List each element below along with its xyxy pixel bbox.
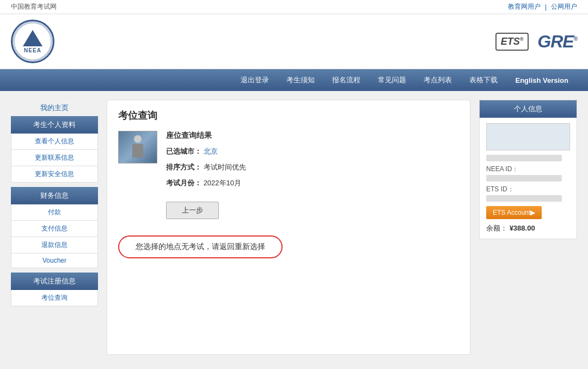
divider: | <box>545 3 547 11</box>
sidebar-item-update-security[interactable]: 更新安全信息 <box>11 166 98 183</box>
city-value: 北京 <box>204 147 218 155</box>
edu-user-link[interactable]: 教育网用户 <box>508 2 541 11</box>
user-avatar <box>486 123 570 150</box>
personal-info-header: 个人信息 <box>480 100 577 118</box>
balance-label: 余额： <box>486 224 507 232</box>
neea-id-value-blurred <box>486 175 562 182</box>
month-label: 考试月份： <box>166 179 201 187</box>
nav-forms[interactable]: 表格下载 <box>461 69 506 91</box>
header: NEEA ETS® GRE® <box>0 14 588 69</box>
month-row: 考试月份： 2022年10月 <box>166 178 246 189</box>
sidebar: 我的主页 考生个人资料 查看个人信息 更新联系信息 更新安全信息 财务信息 付款… <box>11 100 98 355</box>
error-message: 您选择的地点无考试，请返回重新选择 <box>136 242 265 251</box>
gre-logo: GRE® <box>537 32 577 52</box>
sort-label: 排序方式： <box>166 163 201 171</box>
logo-wreath <box>13 21 53 62</box>
page-title: 考位查询 <box>118 109 459 122</box>
city-row: 已选城市： 北京 <box>166 146 246 158</box>
sidebar-section-exam[interactable]: 考试注册信息 <box>11 273 98 290</box>
sidebar-spacer-2 <box>11 268 98 273</box>
month-value: 2022年10月 <box>204 179 241 187</box>
nav-test-centers[interactable]: 考点列表 <box>415 69 461 91</box>
sidebar-my-home[interactable]: 我的主页 <box>11 100 98 116</box>
person-head <box>134 135 142 143</box>
nav-bar: 退出登录 考生须知 报名流程 常见问题 考点列表 表格下载 English Ve… <box>0 69 588 91</box>
user-name-blurred <box>486 155 562 161</box>
neea-logo: NEEA <box>11 20 54 63</box>
result-info: 座位查询结果 已选城市： 北京 排序方式： 考试时间优先 考试月份： 2022年… <box>166 131 246 219</box>
balance-row: 余额： ¥388.00 <box>486 223 570 233</box>
result-section: 座位查询结果 已选城市： 北京 排序方式： 考试时间优先 考试月份： 2022年… <box>118 131 459 219</box>
balance-value: ¥388.00 <box>510 224 535 232</box>
sidebar-item-voucher[interactable]: Voucher <box>11 253 98 268</box>
nav-logout[interactable]: 退出登录 <box>232 69 278 91</box>
nav-notice[interactable]: 考生须知 <box>278 69 323 91</box>
sidebar-item-refund[interactable]: 退款信息 <box>11 237 98 253</box>
sidebar-section-profile[interactable]: 考生个人资料 <box>11 116 98 134</box>
personal-info-box: 个人信息 NEEA ID： ETS ID： ETS Account▶ 余额： ¥… <box>479 100 577 239</box>
sort-row: 排序方式： 考试时间优先 <box>166 162 246 173</box>
top-bar-right: 教育网用户 | 公网用户 <box>508 2 577 11</box>
person-figure <box>130 135 146 160</box>
nav-register-flow[interactable]: 报名流程 <box>323 69 369 91</box>
brand-logos: ETS® GRE® <box>495 32 577 52</box>
pub-user-link[interactable]: 公网用户 <box>551 2 577 11</box>
nav-faq[interactable]: 常见问题 <box>369 69 415 91</box>
main-wrapper: 我的主页 考生个人资料 查看个人信息 更新联系信息 更新安全信息 财务信息 付款… <box>0 91 588 364</box>
error-container: 您选择的地点无考试，请返回重新选择 <box>118 230 459 264</box>
city-label: 已选城市： <box>166 147 201 155</box>
error-oval: 您选择的地点无考试，请返回重新选择 <box>118 235 283 258</box>
nav-english[interactable]: English Version <box>506 69 577 91</box>
content-area: 考位查询 座位查询结果 已选城市： 北京 排序方式： 考试时间优 <box>107 100 470 355</box>
sidebar-item-view-profile[interactable]: 查看个人信息 <box>11 134 98 150</box>
result-image-inner <box>119 131 157 163</box>
site-name: 中国教育考试网 <box>11 2 57 11</box>
sidebar-item-seat-query[interactable]: 考位查询 <box>11 290 98 306</box>
ets-id-value-blurred <box>486 195 562 202</box>
sidebar-item-payment[interactable]: 付款 <box>11 204 98 221</box>
ets-id-label: ETS ID： <box>486 185 570 194</box>
ets-logo: ETS® <box>495 33 529 51</box>
sidebar-item-update-contact[interactable]: 更新联系信息 <box>11 150 98 166</box>
personal-info-body: NEEA ID： ETS ID： ETS Account▶ 余额： ¥388.0… <box>480 118 577 239</box>
person-body <box>132 144 143 158</box>
sidebar-item-payment-info[interactable]: 支付信息 <box>11 221 98 237</box>
neea-id-label: NEEA ID： <box>486 165 570 174</box>
logo-area: NEEA <box>11 20 54 63</box>
sidebar-spacer-1 <box>11 183 98 187</box>
result-image <box>118 131 157 164</box>
top-bar: 中国教育考试网 教育网用户 | 公网用户 <box>0 0 588 14</box>
ets-account-button[interactable]: ETS Account▶ <box>486 206 542 219</box>
sidebar-section-finance[interactable]: 财务信息 <box>11 187 98 204</box>
result-info-title: 座位查询结果 <box>166 131 246 141</box>
prev-button[interactable]: 上一步 <box>166 202 219 219</box>
sort-value: 考试时间优先 <box>204 163 246 171</box>
right-panel: 个人信息 NEEA ID： ETS ID： ETS Account▶ 余额： ¥… <box>479 100 577 355</box>
